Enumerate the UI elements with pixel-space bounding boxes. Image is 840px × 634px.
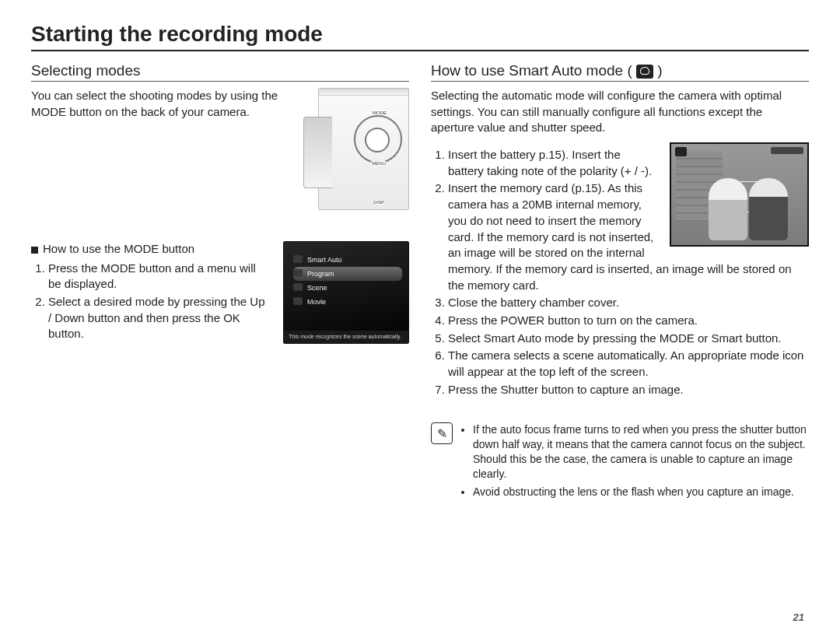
camera-back-body: MODE MENU DISP bbox=[318, 88, 409, 210]
right-heading: How to use Smart Auto mode ( ) bbox=[431, 62, 809, 79]
note-item: If the auto focus frame turns to red whe… bbox=[473, 422, 809, 482]
note-item: Avoid obstructing the lens or the flash … bbox=[473, 485, 809, 499]
left-rule bbox=[31, 81, 409, 82]
right-column: How to use Smart Auto mode ( ) Selecting… bbox=[431, 62, 809, 503]
page-title: Starting the recording mode bbox=[31, 22, 809, 47]
step-item: The camera selects a scene automatically… bbox=[448, 348, 809, 380]
mode-menu-screen: Smart Auto Program Scene Movie This mode… bbox=[283, 241, 409, 344]
right-heading-prefix: How to use Smart Auto mode ( bbox=[431, 62, 632, 79]
manual-page: Starting the recording mode Selecting mo… bbox=[0, 0, 840, 634]
sample-lcd-screen bbox=[670, 142, 809, 247]
smart-auto-icon bbox=[636, 65, 653, 79]
menu-item-label: Movie bbox=[307, 298, 326, 306]
mode-overlay-icon bbox=[675, 147, 687, 156]
step-item: Close the battery chamber cover. bbox=[448, 295, 809, 311]
menu-item-label: Smart Auto bbox=[307, 256, 342, 264]
right-rule bbox=[431, 81, 809, 82]
note-icon: ✎ bbox=[431, 422, 453, 444]
step-item: Select Smart Auto mode by pressing the M… bbox=[448, 331, 809, 347]
two-column-layout: Selecting modes MODE MENU DISP You can s… bbox=[31, 62, 809, 503]
menu-hint-text: This mode recognizes the scene automatic… bbox=[284, 331, 408, 343]
status-overlay-icons bbox=[771, 147, 803, 154]
bullet-square-icon bbox=[31, 247, 38, 254]
step-item: Press the Shutter button to capture an i… bbox=[448, 382, 809, 398]
page-number: 21 bbox=[793, 611, 804, 623]
menu-button-label: MENU bbox=[371, 161, 387, 166]
step-item: Press the POWER button to turn on the ca… bbox=[448, 313, 809, 329]
sample-lcd-illustration bbox=[670, 142, 809, 247]
right-intro-text: Selecting the automatic mode will config… bbox=[431, 88, 809, 136]
mode-button-label: MODE bbox=[372, 110, 387, 115]
menu-item-movie: Movie bbox=[293, 295, 408, 309]
howto-heading: How to use the MODE button bbox=[43, 242, 194, 255]
menu-item-scene: Scene bbox=[293, 281, 408, 295]
mode-menu-illustration: Smart Auto Program Scene Movie This mode… bbox=[283, 241, 409, 344]
left-column: Selecting modes MODE MENU DISP You can s… bbox=[31, 62, 409, 503]
title-rule bbox=[31, 50, 809, 51]
note-body: If the auto focus frame turns to red whe… bbox=[460, 422, 809, 502]
right-heading-suffix: ) bbox=[657, 62, 662, 79]
menu-item-smart-auto: Smart Auto bbox=[293, 253, 408, 267]
menu-item-program: Program bbox=[293, 267, 402, 281]
disp-button-label: DISP bbox=[373, 200, 385, 205]
menu-item-label: Scene bbox=[307, 284, 327, 292]
camera-back-illustration: MODE MENU DISP bbox=[318, 88, 409, 210]
left-heading: Selecting modes bbox=[31, 62, 409, 79]
menu-item-label: Program bbox=[307, 270, 334, 278]
note-block: ✎ If the auto focus frame turns to red w… bbox=[431, 422, 809, 502]
